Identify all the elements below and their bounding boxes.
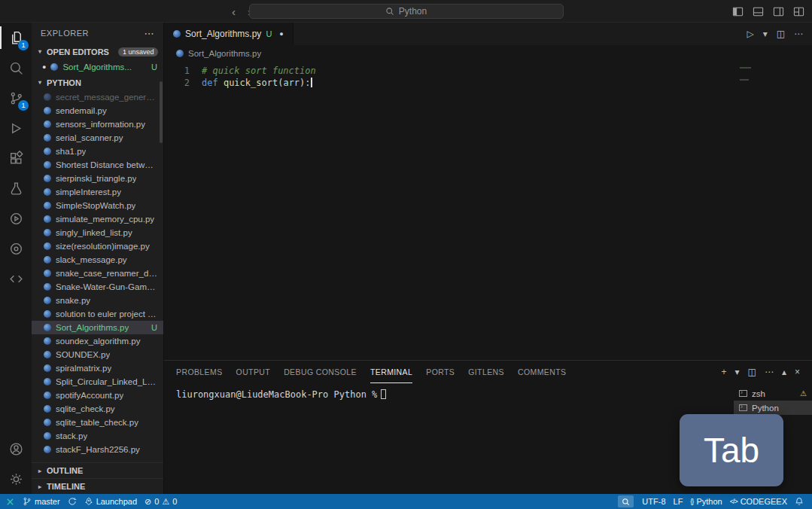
more-actions-icon[interactable]: ⋯: [794, 29, 803, 39]
panel-tab-debug-console[interactable]: DEBUG CONSOLE: [284, 361, 357, 383]
back-button[interactable]: ‹: [232, 5, 236, 18]
settings-button[interactable]: [0, 464, 32, 494]
toggle-panel-icon[interactable]: [753, 6, 764, 17]
source-control-view-button[interactable]: 1: [0, 83, 32, 113]
file-item[interactable]: Sort_Algorithms.pyU: [32, 321, 163, 334]
file-item[interactable]: sha1.py: [32, 145, 163, 158]
remote-indicator[interactable]: [5, 494, 19, 509]
run-python-button[interactable]: ▷: [747, 29, 753, 39]
editor-tab[interactable]: Sort_Algorithms.py U ●: [164, 23, 293, 45]
file-item[interactable]: solution to euler project pr...: [32, 307, 163, 321]
notifications-item[interactable]: [791, 494, 807, 509]
launchpad-status-item[interactable]: Launchpad: [81, 494, 141, 509]
search-icon: [8, 60, 24, 76]
problems-status-item[interactable]: ⊘ 0 ⚠ 0: [141, 494, 181, 509]
file-item[interactable]: size(resolution)image.py: [32, 239, 163, 253]
panel-tab-comments[interactable]: COMMENTS: [518, 361, 566, 383]
file-item[interactable]: Shortest Distance betwee...: [32, 158, 163, 172]
breadcrumb[interactable]: Sort_Algorithms.py: [164, 45, 812, 62]
file-item[interactable]: serial_scanner.py: [32, 131, 163, 145]
sidebar-title: EXPLORER: [41, 29, 89, 38]
code-line[interactable]: 1# quick sort function: [164, 65, 812, 77]
file-name: SimpleStopWatch.py: [56, 201, 135, 210]
file-item[interactable]: stackF_Harsh2256.py: [32, 443, 163, 456]
screencast-zoom-item[interactable]: [618, 495, 634, 507]
close-panel-icon[interactable]: ×: [795, 367, 800, 377]
maximize-panel-icon[interactable]: ▴: [782, 367, 786, 377]
file-name: spiralmatrix.py: [56, 364, 111, 373]
terminal-list-item-zsh[interactable]: zsh⚠: [734, 386, 812, 401]
command-center-search[interactable]: Python: [249, 4, 564, 19]
file-item[interactable]: SOUNDEX.py: [32, 348, 163, 361]
codegeex-view-button[interactable]: [0, 264, 32, 294]
panel-tab-problems[interactable]: PROBLEMS: [176, 361, 223, 383]
testing-view-button[interactable]: [0, 173, 32, 203]
run-extension-view-button[interactable]: [0, 203, 32, 233]
file-item[interactable]: stack.py: [32, 429, 163, 443]
run-dropdown-chevron-icon[interactable]: ▾: [763, 29, 768, 39]
file-item[interactable]: Snake-Water-Gun-Game.py: [32, 280, 163, 294]
explorer-view-button[interactable]: 1: [0, 23, 32, 53]
file-item[interactable]: snake_case_renamer_dec...: [32, 267, 163, 280]
file-item[interactable]: SimpleStopWatch.py: [32, 199, 163, 212]
file-item[interactable]: sendemail.py: [32, 104, 163, 117]
split-terminal-icon[interactable]: ◫: [748, 367, 756, 377]
file-item[interactable]: soundex_algorithm.py: [32, 334, 163, 348]
eol-label: LF: [674, 497, 683, 506]
terminal-dropdown-chevron-icon[interactable]: ▾: [735, 367, 740, 377]
toggle-sidebar-right-icon[interactable]: [773, 6, 784, 17]
record-extension-view-button[interactable]: [0, 233, 32, 264]
panel-tab-gitlens[interactable]: GITLENS: [468, 361, 504, 383]
customize-layout-icon[interactable]: [793, 6, 804, 17]
split-editor-icon[interactable]: ◫: [777, 29, 785, 39]
minimap[interactable]: [740, 67, 752, 91]
file-item[interactable]: spotifyAccount.py: [32, 389, 163, 402]
new-terminal-icon[interactable]: +: [722, 367, 727, 377]
file-item[interactable]: sqlite_table_check.py: [32, 416, 163, 429]
outline-section-header[interactable]: ▸ OUTLINE: [32, 462, 163, 478]
terminal[interactable]: liurongxuan@LiudeMacBook-Pro Python %: [164, 383, 734, 494]
file-item[interactable]: simulate_memory_cpu.py: [32, 212, 163, 226]
editor-actions: ▷ ▾ ◫ ⋯: [747, 29, 812, 39]
run-debug-view-button[interactable]: [0, 113, 32, 143]
sidebar-scrollbar[interactable]: [160, 81, 163, 143]
file-item[interactable]: spiralmatrix.py: [32, 361, 163, 375]
ellipsis-icon[interactable]: ⋯: [144, 28, 155, 39]
language-status-item[interactable]: {} Python: [686, 494, 725, 509]
python-file-icon: [44, 134, 51, 142]
circle-play-icon: [8, 211, 24, 227]
magnifier-icon: [622, 498, 630, 506]
file-item[interactable]: sqlite_check.py: [32, 402, 163, 416]
file-item[interactable]: snake.py: [32, 294, 163, 307]
python-file-icon: [44, 310, 51, 318]
file-item[interactable]: sensors_information.py: [32, 117, 163, 131]
modified-dot-icon[interactable]: ●: [279, 30, 283, 38]
file-item[interactable]: secret_message_generato...: [32, 90, 163, 104]
panel-tab-ports[interactable]: PORTS: [426, 361, 455, 383]
terminal-list-item-python[interactable]: Python: [734, 401, 812, 415]
encoding-status-item[interactable]: UTF-8: [638, 494, 669, 509]
panel-tab-terminal[interactable]: TERMINAL: [370, 361, 412, 383]
eol-status-item[interactable]: LF: [670, 494, 687, 509]
sync-status-item[interactable]: [64, 494, 81, 509]
file-item[interactable]: Split_Circular_Linked_List...: [32, 375, 163, 389]
chevron-right-icon: ▸: [36, 468, 44, 474]
timeline-section-header[interactable]: ▸ TIMELINE: [32, 478, 163, 494]
open-editor-item[interactable]: ● Sort_Algorithms... U: [32, 59, 163, 75]
toggle-sidebar-left-icon[interactable]: [732, 6, 744, 17]
search-view-button[interactable]: [0, 53, 32, 83]
panel-tab-output[interactable]: OUTPUT: [236, 361, 271, 383]
codegeex-status-item[interactable]: </> CODEGEEX: [726, 494, 791, 509]
file-item[interactable]: singly_linked_list.py: [32, 226, 163, 239]
code-editor[interactable]: 1# quick sort function2def quick_sort(ar…: [164, 62, 812, 360]
folder-section-header[interactable]: ▾ PYTHON: [32, 75, 163, 90]
file-item[interactable]: simpleInterest.py: [32, 185, 163, 199]
code-line[interactable]: 2def quick_sort(arr):: [164, 77, 812, 89]
branch-status-item[interactable]: master: [19, 494, 64, 509]
file-item[interactable]: sierpinski_triangle.py: [32, 172, 163, 185]
open-editors-section-header[interactable]: ▾ OPEN EDITORS 1 unsaved: [32, 44, 163, 59]
file-item[interactable]: slack_message.py: [32, 253, 163, 267]
extensions-view-button[interactable]: [0, 143, 32, 173]
more-actions-icon[interactable]: ⋯: [765, 367, 774, 377]
accounts-button[interactable]: [0, 434, 32, 464]
